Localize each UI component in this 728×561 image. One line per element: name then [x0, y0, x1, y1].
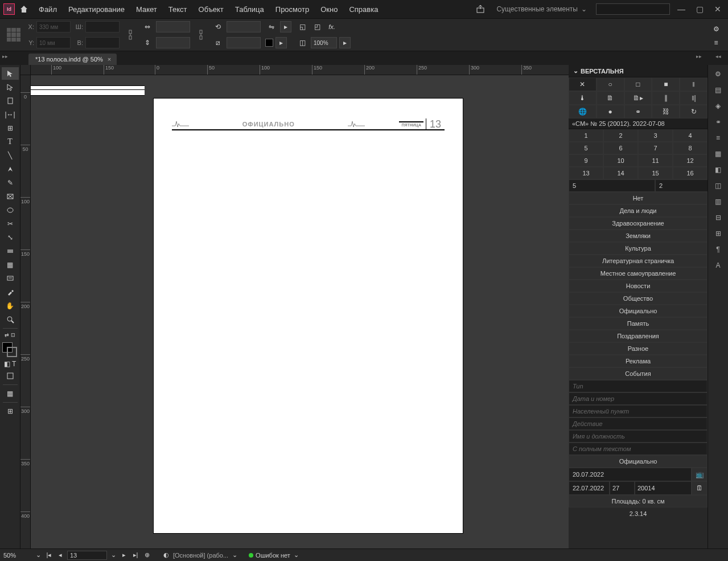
circle-icon[interactable]: ○: [597, 77, 624, 91]
gap-tool[interactable]: |↔|: [2, 108, 19, 121]
workspace-dropdown[interactable]: Существенные элементы ⌄: [492, 3, 591, 15]
panel-title[interactable]: ⌄ ВЕРСТАЛЬНЯ: [569, 65, 708, 77]
columns3-icon[interactable]: ⦀: [680, 77, 708, 91]
prev-page-icon[interactable]: ◂: [56, 551, 65, 559]
link-icon[interactable]: ⚭: [624, 105, 652, 118]
status-page-input[interactable]: 13: [67, 551, 107, 560]
share-icon[interactable]: [474, 2, 487, 16]
page-cell[interactable]: 10: [603, 154, 638, 167]
ellipse-tool[interactable]: [2, 204, 19, 216]
category-item[interactable]: Общество: [569, 292, 708, 305]
status-master[interactable]: [Основной] (рабо...: [173, 552, 228, 559]
status-zoom[interactable]: 50%: [3, 552, 32, 559]
scale-x-input[interactable]: [156, 21, 190, 32]
category-item[interactable]: Местное самоуправление: [569, 267, 708, 280]
pencil-tool[interactable]: ✎: [2, 177, 19, 189]
category-item[interactable]: Официально: [569, 305, 708, 317]
category-item[interactable]: Дела и люди: [569, 204, 708, 217]
page-cell[interactable]: 2: [603, 129, 638, 142]
shear-input[interactable]: [227, 37, 261, 48]
type-tool[interactable]: T: [2, 136, 19, 148]
menu-item[interactable]: Файл: [33, 2, 63, 17]
category-item[interactable]: Память: [569, 317, 708, 330]
direct-selection-tool[interactable]: [2, 81, 19, 93]
placeholder-field[interactable]: Тип: [569, 380, 708, 392]
reference-point-grid[interactable]: [6, 27, 22, 43]
links-icon[interactable]: ⚭: [710, 115, 726, 129]
fill-arrow-icon[interactable]: ▸: [275, 37, 287, 48]
layers-icon[interactable]: ◈: [710, 99, 726, 113]
date1-input[interactable]: 20.07.2022: [569, 468, 692, 481]
formatting-container-icon[interactable]: ◧ T: [2, 359, 19, 368]
chain-icon[interactable]: ⛓: [652, 105, 680, 118]
menu-item[interactable]: Окно: [315, 2, 343, 17]
rectangle-frame-tool[interactable]: [2, 190, 19, 203]
category-item[interactable]: Новости: [569, 280, 708, 292]
ruler-corner[interactable]: [20, 65, 31, 75]
menu-icon[interactable]: ≡: [710, 36, 722, 49]
constrain-proportions-icon-2[interactable]: [195, 28, 207, 41]
category-item[interactable]: Нет: [569, 192, 708, 204]
color-icon[interactable]: ▦: [710, 147, 726, 161]
status-master-dd[interactable]: ⌄: [231, 551, 238, 559]
apply-color-icon[interactable]: [2, 370, 19, 382]
constrain-proportions-icon[interactable]: [124, 28, 137, 41]
cols-input[interactable]: [569, 179, 655, 192]
object-styles-icon[interactable]: ⊞: [710, 227, 726, 240]
page-cell[interactable]: 6: [603, 142, 638, 154]
page-cell[interactable]: 7: [638, 142, 673, 154]
category-item[interactable]: События: [569, 367, 708, 380]
maximize-button[interactable]: ▢: [693, 5, 706, 14]
page-export-icon[interactable]: 🗎▸: [624, 91, 652, 105]
category-item[interactable]: Реклама: [569, 355, 708, 367]
category-item[interactable]: Литературная страничка: [569, 255, 708, 267]
doc-tab[interactable]: *13 полоса.indd @ 50% ×: [28, 54, 117, 65]
globe-icon[interactable]: 🌐: [569, 105, 597, 118]
close-icon[interactable]: ×: [108, 56, 111, 63]
menu-item[interactable]: Макет: [130, 2, 163, 17]
w-input[interactable]: [85, 21, 120, 32]
fill-stroke-swatch[interactable]: [2, 342, 18, 358]
page[interactable]: ОФИЦИАЛЬНО ПЯТНИЦА 13: [153, 98, 463, 534]
status-errors[interactable]: Ошибок нет: [249, 552, 290, 559]
page-cell[interactable]: 15: [638, 167, 673, 179]
category-item[interactable]: Земляки: [569, 230, 708, 242]
menu-item[interactable]: Редактирование: [63, 2, 130, 17]
pen-tool[interactable]: [2, 163, 19, 175]
rotate-input[interactable]: [227, 21, 261, 32]
zoom-arrow-icon[interactable]: ▸: [339, 37, 351, 48]
expand-left-icon[interactable]: ▸▸: [2, 54, 8, 59]
character-styles-icon[interactable]: A: [710, 259, 726, 272]
page-cell[interactable]: 1: [569, 129, 603, 142]
canvas-area[interactable]: 100150050100150200250300350 050100150200…: [20, 65, 569, 548]
fx-icon[interactable]: fx.: [326, 21, 338, 33]
square-icon[interactable]: □: [624, 77, 652, 91]
cc-libraries-icon[interactable]: ◫: [710, 179, 726, 193]
pages-icon[interactable]: ▤: [710, 83, 726, 97]
category-item[interactable]: Поздравления: [569, 330, 708, 342]
columns4-icon[interactable]: ⦀|: [680, 91, 708, 105]
tv-icon[interactable]: 📺: [692, 468, 708, 481]
eyedropper-tool[interactable]: [2, 286, 19, 298]
selection-tool[interactable]: [2, 67, 19, 80]
note-tool[interactable]: [2, 272, 19, 285]
scissors-tool[interactable]: ✂: [2, 218, 19, 230]
date2-input[interactable]: 22.07.2022: [569, 481, 610, 495]
status-page-dd[interactable]: ⌄: [109, 551, 117, 559]
scale-y-input[interactable]: [156, 37, 190, 48]
view-mode-icon[interactable]: ▦: [2, 387, 19, 400]
gradient-panel-icon[interactable]: ▥: [710, 195, 726, 208]
page-cell[interactable]: 9: [569, 154, 603, 167]
menu-item[interactable]: Объект: [193, 2, 229, 17]
page-cell[interactable]: 11: [638, 154, 673, 167]
flip-arrow-icon[interactable]: ▸: [280, 21, 291, 32]
open-nav-icon[interactable]: ⊕: [142, 551, 151, 559]
page-cell[interactable]: 16: [673, 167, 708, 179]
y-input[interactable]: [36, 37, 71, 48]
zoom-tool[interactable]: [2, 313, 19, 326]
toggle-fill-stroke-icon[interactable]: ⇄ ⊡: [2, 331, 19, 339]
flip-h-icon[interactable]: ⇋: [265, 21, 278, 33]
search-input[interactable]: [596, 3, 670, 15]
calendar-icon[interactable]: 🗓: [692, 481, 708, 495]
properties-icon[interactable]: ⚙: [710, 67, 726, 81]
